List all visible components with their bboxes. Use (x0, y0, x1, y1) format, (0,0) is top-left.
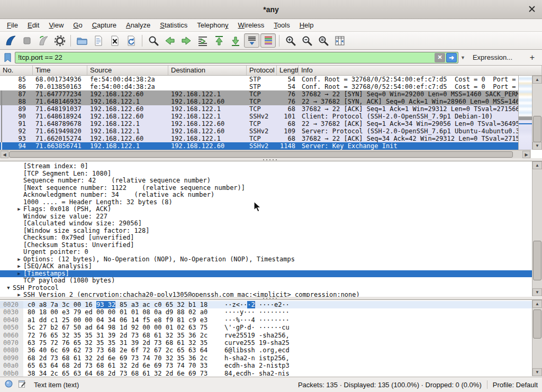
menu-analyze[interactable]: Analyze (121, 20, 155, 31)
hex-row[interactable]: 00a065 63 64 68 2d 73 68 6132 2d 6e 69 7… (0, 362, 542, 369)
column-header-time[interactable]: Time (33, 66, 87, 75)
scroll-up-icon[interactable]: ▲ (532, 76, 542, 84)
menu-statistics[interactable]: Statistics (155, 20, 192, 31)
filter-apply-button[interactable]: ➜ (446, 53, 457, 62)
capture-comment-icon[interactable] (17, 379, 26, 390)
hex-bytes[interactable]: 2d 73 68 61 32 35 36 2c (119, 332, 217, 339)
detail-tree-item[interactable]: ▶Options: (12 bytes), No-Operation (NOP)… (0, 256, 542, 263)
hex-bytes[interactable]: 72 76 65 32 35 35 31 39 (23, 332, 119, 339)
collapsed-arrow-icon[interactable]: ▶ (15, 206, 23, 213)
save-file-button[interactable] (91, 33, 106, 48)
hex-bytes[interactable]: 38 34 2c 65 63 64 68 2d (23, 370, 119, 377)
go-back-button[interactable] (162, 33, 177, 48)
hex-row[interactable]: 0020c0 a8 7a 3c 00 16 93 3285 a3 ac c0 6… (0, 301, 542, 308)
status-profile[interactable]: Profile: Default (493, 381, 538, 389)
hex-row[interactable]: 009068 2d 73 68 61 32 2d 6e69 73 74 70 3… (0, 354, 542, 362)
hex-bytes[interactable]: 68 2d 73 68 61 32 2d 6e (23, 354, 119, 362)
scrollbar-thumb[interactable] (533, 309, 541, 339)
detail-tree-item[interactable]: [Checksum Status: Unverified] (0, 242, 542, 249)
zoom-in-button[interactable] (283, 33, 298, 48)
detail-tree-item[interactable]: ▶[Timestamps] (0, 270, 542, 278)
detail-tree-item[interactable]: [TCP Segment Len: 1080] (0, 170, 542, 178)
detail-tree-item[interactable]: ▶Flags: 0x018 (PSH, ACK) (0, 206, 542, 213)
detail-tree-item[interactable]: Checksum: 0x79ed [unverified] (0, 234, 542, 242)
hex-row[interactable]: 006072 76 65 32 35 35 31 392d 73 68 61 3… (0, 332, 542, 339)
scrollbar-thumb[interactable] (9, 151, 513, 158)
packet-list-hscrollbar[interactable]: ◀ ▶ (0, 150, 531, 158)
hex-bytes[interactable]: 2e 6f 72 67 2c 65 63 64 (119, 347, 217, 354)
scrollbar-thumb[interactable] (533, 116, 541, 142)
scroll-down-icon[interactable]: ▼ (532, 288, 542, 296)
close-window-button[interactable] (527, 5, 537, 14)
hex-ascii[interactable]: ecdh-sha 2-nistp3 (217, 362, 542, 369)
open-file-button[interactable] (74, 33, 89, 48)
hex-ascii[interactable]: ···%···4 ········ (217, 316, 542, 324)
resize-columns-button[interactable] (332, 33, 347, 48)
packet-row[interactable]: 9471.663856741192.168.122.1192.168.122.6… (0, 142, 518, 150)
hex-ascii[interactable]: 84,ecdh- sha2-nis (217, 370, 542, 377)
packet-row[interactable]: 9271.661949820192.168.122.1192.168.122.6… (0, 127, 518, 135)
scroll-left-icon[interactable]: ◀ (1, 151, 8, 158)
hex-bytes[interactable]: 01 01 08 0a d9 88 02 a0 (119, 308, 217, 316)
column-header-length[interactable]: Length (277, 66, 299, 75)
hex-bytes[interactable]: 85 a3 ac c0 65 32 b1 18 (119, 301, 217, 308)
packet-row[interactable]: 8670.013850163fe:54:00:d4:38:2aSTP54Conf… (0, 83, 518, 90)
detail-tree-item[interactable]: ▼SSH Protocol (0, 285, 542, 292)
hex-row[interactable]: 007063 75 72 76 65 32 35 3531 39 2d 73 6… (0, 339, 542, 347)
packet-row[interactable]: 8971.648191037192.168.122.60192.168.122.… (0, 105, 518, 113)
hex-ascii[interactable]: 6@libssh .org,ecd (217, 347, 542, 354)
scrollbar-thumb[interactable] (533, 241, 541, 280)
hex-row[interactable]: 0040a1 dd c1 25 00 00 04 3406 14 f5 e8 f… (0, 316, 542, 324)
go-last-button[interactable] (228, 33, 243, 48)
find-packet-button[interactable] (146, 33, 161, 48)
packet-row[interactable]: 8568.001734936fe:54:00:d4:38:2aSTP54Conf… (0, 76, 518, 83)
stop-capture-button[interactable] (19, 33, 34, 48)
hex-bytes[interactable]: 73 68 61 32 2d 6e 69 73 (119, 370, 217, 377)
detail-tree-item[interactable]: [Next sequence number: 1122 (relative se… (0, 185, 542, 192)
hex-row[interactable]: 00505c 27 b2 67 50 ad 64 981d 92 00 00 0… (0, 324, 542, 331)
column-header-destination[interactable]: Destination (168, 66, 247, 75)
hex-bytes[interactable]: 32 2d 6e 69 73 74 70 33 (119, 362, 217, 369)
detail-tree-item[interactable]: TCP payload (1080 bytes) (0, 277, 542, 285)
bytes-vscrollbar[interactable]: ▲ ▼ (532, 300, 542, 376)
hex-bytes[interactable]: 5c 27 b2 67 50 ad 64 98 (23, 324, 119, 331)
packet-row[interactable]: 9171.648789678192.168.122.1192.168.122.6… (0, 120, 518, 127)
packet-list-vscrollbar[interactable]: ▲ ▼ (532, 76, 542, 150)
hex-row[interactable]: 00b038 34 2c 65 63 64 68 2d73 68 61 32 2… (0, 370, 542, 377)
hex-ascii[interactable]: rve25519 -sha256, (217, 332, 542, 339)
packet-row[interactable]: 9071.648618924192.168.122.60192.168.122.… (0, 113, 518, 120)
menu-capture[interactable]: Capture (87, 20, 121, 31)
detail-tree-item[interactable]: 1000 .... = Header Length: 32 bytes (8) (0, 199, 542, 206)
expanded-arrow-icon[interactable]: ▼ (4, 285, 13, 292)
intelligent-scrollbar-minimap[interactable] (518, 76, 532, 150)
go-to-packet-button[interactable] (195, 33, 210, 48)
detail-tree-item[interactable]: [Stream index: 0] (0, 163, 542, 170)
collapsed-arrow-icon[interactable]: ▶ (15, 256, 23, 263)
expert-info-icon[interactable] (4, 379, 13, 390)
detail-tree-item[interactable]: Urgent pointer: 0 (0, 249, 542, 256)
packet-row[interactable]: 8871.648146932192.168.122.1192.168.122.6… (0, 98, 518, 105)
filter-add-button[interactable]: + (526, 53, 539, 62)
hex-row[interactable]: 003080 18 00 e3 79 ed 00 0001 01 08 0a d… (0, 308, 542, 316)
hex-row[interactable]: 008036 40 6c 69 62 73 73 682e 6f 72 67 2… (0, 347, 542, 354)
scroll-down-icon[interactable]: ▼ (532, 368, 542, 376)
go-first-button[interactable] (211, 33, 227, 48)
filter-clear-button[interactable]: ✕ (435, 53, 445, 62)
filter-bookmark-icon[interactable] (3, 52, 13, 63)
hex-bytes[interactable]: c0 a8 7a 3c 00 16 93 32 (23, 301, 119, 308)
details-vscrollbar[interactable]: ▲ ▼ (532, 161, 542, 296)
display-filter-input[interactable] (15, 53, 435, 62)
menu-telephony[interactable]: Telephony (192, 20, 233, 31)
collapsed-arrow-icon[interactable]: ▶ (15, 291, 23, 297)
detail-tree-item[interactable]: ▶SSH Version 2 (encryption:chacha20-poly… (0, 291, 542, 297)
zoom-out-button[interactable] (299, 33, 314, 48)
menu-tools[interactable]: Tools (269, 20, 294, 31)
start-capture-button[interactable] (3, 33, 18, 48)
scroll-up-icon[interactable]: ▲ (532, 161, 542, 169)
detail-tree-item[interactable]: [Calculated window size: 29056] (0, 220, 542, 227)
detail-tree-item[interactable]: ▶[SEQ/ACK analysis] (0, 263, 542, 270)
hex-bytes[interactable]: 69 73 74 70 32 35 36 2c (119, 354, 217, 362)
filter-history-dropdown[interactable]: ▼ (458, 55, 468, 60)
menu-wireless[interactable]: Wireless (233, 20, 269, 31)
column-header-protocol[interactable]: Protocol (247, 66, 277, 75)
